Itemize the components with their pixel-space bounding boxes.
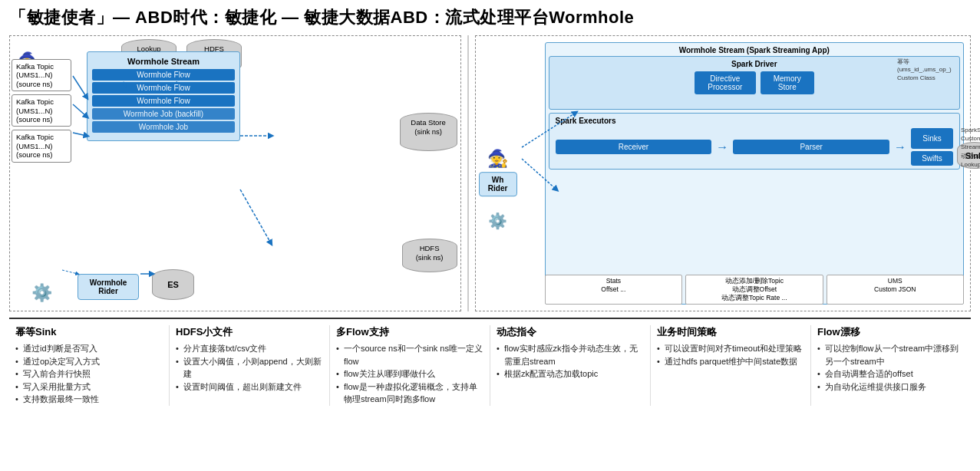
arrow-right-1: → [716, 140, 728, 154]
col-item-0-3: 写入采用批量方式 [15, 380, 163, 394]
col-item-0-4: 支持数据最终一致性 [15, 393, 163, 406]
col-title-4: 业务时间策略 [657, 325, 804, 339]
flow-bar-1: Wormhole Flow [92, 69, 235, 81]
right-diagram: 🧙 WhRider ⚙️ Wormhole Stream (Spark Stre… [475, 35, 971, 311]
col-items-5: 可以控制flow从一个stream中漂移到另一个stream中会自动调整合适的o… [817, 342, 965, 393]
col-item-1-0: 分片直接落txt/csv文件 [176, 342, 323, 355]
col-items-2: 一个source ns和一个sink ns唯一定义flowflow关注从哪到哪做… [336, 342, 483, 406]
person-icon-bottom-left: ⚙️ [31, 283, 52, 303]
col-item-3-1: 根据zk配置动态加载topic [497, 367, 644, 380]
col-item-1-1: 设置大小阈值，小则append，大则新建 [176, 355, 323, 380]
bottom-notes: StatsOffset ... 动态添加/删除Topic动态调整Offset动态… [545, 275, 964, 305]
executor-row: Receiver → Parser → Sinks Swifts Sink [556, 128, 953, 166]
col-item-2-1: flow关注从哪到哪做什么 [336, 367, 483, 380]
bottom-col-0: 幂等Sink通过id判断是否写入通过op决定写入方式写入前合并行快照写入采用批量… [9, 325, 170, 406]
col-items-0: 通过id判断是否写入通过op决定写入方式写入前合并行快照写入采用批量方式支持数据… [15, 342, 163, 406]
bottom-col-2: 多Flow支持一个source ns和一个sink ns唯一定义flowflow… [330, 325, 490, 406]
svg-line-8 [62, 270, 78, 274]
custom-note: 幂等(ums_id_,ums_op_)Custom Class [897, 58, 962, 82]
directive-processor-box: DirectiveProcessor [695, 71, 756, 94]
dynamic-note: 动态添加/删除Topic动态调整Offset动态调整Topic Rate ... [685, 275, 823, 305]
spark-note: SparkSqlCustom ClassStreaming Join动态UDFL… [961, 126, 980, 169]
col-item-0-2: 写入前合并行快照 [15, 367, 163, 380]
es-cylinder: ES [152, 269, 194, 300]
col-item-5-2: 为自动化运维提供接口服务 [817, 380, 965, 394]
wormhole-stream-title: Wormhole Stream [92, 57, 235, 66]
spark-driver-box: Spark Driver DirectiveProcessor MemorySt… [549, 56, 960, 110]
ums-note: UMSCustom JSON [827, 275, 964, 305]
main-container: 「敏捷使者」— ABD时代：敏捷化 — 敏捷大数据ABD：流式处理平台Wormh… [0, 0, 980, 412]
col-item-5-0: 可以控制flow从一个stream中漂移到另一个stream中 [817, 342, 965, 367]
datastore-cylinder: Data Store(sink ns) [400, 113, 457, 151]
bottom-section: 幂等Sink通过id判断是否写入通过op决定写入方式写入前合并行快照写入采用批量… [9, 318, 971, 406]
parser-block: Parser [733, 140, 889, 154]
col-item-1-2: 设置时间阈值，超出则新建文件 [176, 380, 323, 394]
diagram-divider [467, 35, 469, 311]
wormhole-stream-box: Wormhole Stream Wormhole Flow Wormhole F… [87, 51, 240, 141]
diagram-section: 🧙 Kafka Topic(UMS1...N)(source ns) Kafka… [9, 35, 971, 311]
arrow-right-2: → [894, 140, 906, 154]
hdfs-bottom-cylinder: HDFS(sink ns) [402, 239, 457, 272]
spark-exec-label: Spark Executors [556, 117, 953, 125]
bottom-col-4: 业务时间策略可以设置时间对齐timeout和处理策略通过hdfs parquet… [651, 325, 811, 406]
spark-driver-inner: DirectiveProcessor MemoryStore [553, 71, 956, 94]
stats-note: StatsOffset ... [545, 275, 682, 305]
kafka-topic-1: Kafka Topic(UMS1...N)(source ns) [12, 59, 71, 91]
kafka-topic-2: Kafka Topic(UMS1...N)(source ns) [12, 94, 71, 127]
col-item-0-0: 通过id判断是否写入 [15, 342, 163, 355]
col-item-4-1: 通过hdfs parquet维护中间state数据 [657, 355, 804, 368]
left-diagram: 🧙 Kafka Topic(UMS1...N)(source ns) Kafka… [9, 35, 461, 311]
gear-icon: ⚙️ [479, 212, 517, 230]
col-item-4-0: 可以设置时间对齐timeout和处理策略 [657, 342, 804, 355]
swifts-block: Swifts [911, 151, 953, 166]
page-title: 「敏捷使者」— ABD时代：敏捷化 — 敏捷大数据ABD：流式处理平台Wormh… [9, 6, 971, 29]
col-item-0-1: 通过op决定写入方式 [15, 355, 163, 368]
col-item-3-0: flow实时感应zk指令并动态生效，无需重启stream [497, 342, 644, 367]
wh-rider-box: WhRider [479, 172, 517, 196]
col-title-3: 动态指令 [497, 325, 644, 339]
flow-bar-3: Wormhole Flow [92, 95, 235, 107]
col-items-1: 分片直接落txt/csv文件设置大小阈值，小则append，大则新建设置时间阈值… [176, 342, 323, 393]
bottom-col-1: HDFS小文件分片直接落txt/csv文件设置大小阈值，小则append，大则新… [170, 325, 330, 406]
svg-line-2 [73, 133, 87, 136]
col-title-1: HDFS小文件 [176, 325, 323, 339]
wormhole-stream-outer-box: Wormhole Stream (Spark Streaming App) Sp… [545, 42, 964, 305]
col-item-2-2: flow是一种虚拟化逻辑概念，支持单物理stream同时跑多flow [336, 380, 483, 406]
spark-executors-box: Spark Executors Receiver → Parser → Sink… [549, 113, 960, 170]
svg-line-0 [73, 76, 87, 97]
job-bar: Wormhole Job [92, 121, 235, 133]
wh-rider-section: 🧙 WhRider ⚙️ [479, 149, 517, 230]
memory-store-box: MemoryStore [761, 71, 814, 94]
ws-outer-label: Wormhole Stream (Spark Streaming App) [549, 46, 960, 54]
person-icon-right: 🧙 [479, 149, 517, 169]
bottom-col-5: Flow漂移可以控制flow从一个stream中漂移到另一个stream中会自动… [811, 325, 971, 406]
col-items-3: flow实时感应zk指令并动态生效，无需重启stream根据zk配置动态加载to… [497, 342, 644, 380]
col-item-5-1: 会自动调整合适的offset [817, 367, 965, 380]
flow-bar-2: Wormhole Flow [92, 82, 235, 94]
job-bar-backfill: Wormhole Job (backfill) [92, 108, 235, 120]
bottom-col-3: 动态指令flow实时感应zk指令并动态生效，无需重启stream根据zk配置动态… [490, 325, 651, 406]
col-title-5: Flow漂移 [817, 325, 965, 339]
svg-line-4 [240, 189, 271, 243]
col-title-0: 幂等Sink [15, 325, 163, 339]
col-item-2-0: 一个source ns和一个sink ns唯一定义flow [336, 342, 483, 367]
spark-driver-label: Spark Driver [553, 60, 956, 68]
wormhole-rider-box: WormholeRider [78, 274, 139, 300]
sinks-block: Sinks [911, 128, 953, 149]
kafka-topics-column: Kafka Topic(UMS1...N)(source ns) Kafka T… [12, 59, 71, 163]
col-title-2: 多Flow支持 [336, 325, 483, 339]
kafka-topic-3: Kafka Topic(UMS1...N)(source ns) [12, 130, 71, 162]
receiver-block: Receiver [556, 140, 712, 154]
svg-line-1 [73, 104, 87, 117]
col-items-4: 可以设置时间对齐timeout和处理策略通过hdfs parquet维护中间st… [657, 342, 804, 367]
